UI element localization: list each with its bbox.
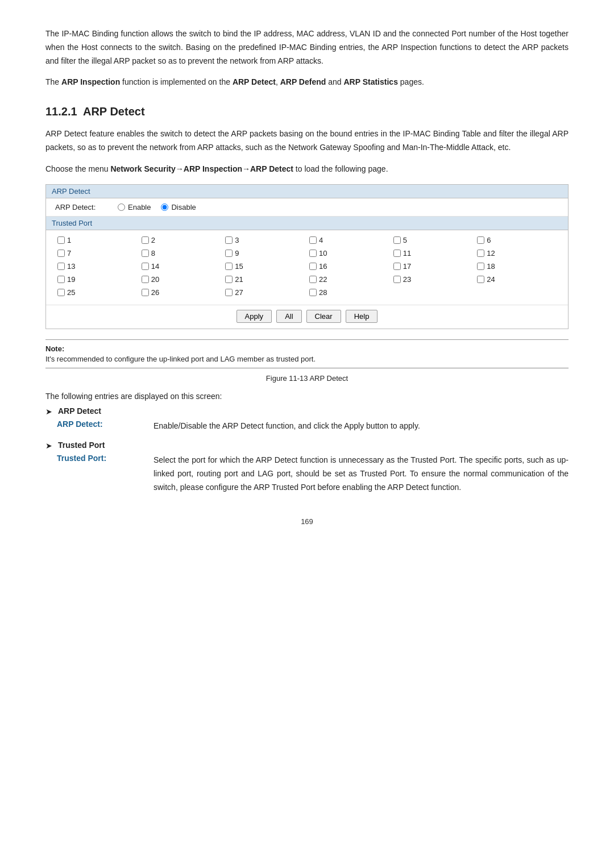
port-item-19[interactable]: 19 <box>55 274 139 285</box>
port-item-9[interactable]: 9 <box>223 248 307 259</box>
arp-detect-desc: Enable/Disable the ARP Detect function, … <box>154 420 569 433</box>
port-checkbox-9[interactable] <box>225 250 233 257</box>
port-label-7: 7 <box>67 249 71 258</box>
note-title: Note: <box>45 344 569 353</box>
port-label-21: 21 <box>235 275 243 284</box>
port-item-16[interactable]: 16 <box>307 261 391 272</box>
port-checkbox-19[interactable] <box>57 276 65 283</box>
port-label-19: 19 <box>67 275 75 284</box>
trusted-port-detail: Trusted Port: Select the port for which … <box>57 454 569 494</box>
clear-button[interactable]: Clear <box>306 310 341 323</box>
choose-menu-line: Choose the menu Network Security→ARP Ins… <box>45 163 569 176</box>
intro-arp-inspection-bold: ARP Inspection <box>61 77 120 86</box>
port-item-15[interactable]: 15 <box>223 261 307 272</box>
port-item-21[interactable]: 21 <box>223 274 307 285</box>
port-label-12: 12 <box>487 249 495 258</box>
port-checkbox-27[interactable] <box>225 289 233 296</box>
port-item-11[interactable]: 11 <box>391 248 475 259</box>
port-checkbox-15[interactable] <box>225 263 233 270</box>
port-checkbox-11[interactable] <box>393 250 401 257</box>
disable-radio-label[interactable]: Disable <box>161 203 196 211</box>
port-checkbox-16[interactable] <box>309 263 317 270</box>
port-checkbox-18[interactable] <box>477 263 484 270</box>
port-checkbox-21[interactable] <box>225 276 233 283</box>
entry-block-trusted-port: ➤ Trusted Port Trusted Port: Select the … <box>45 441 569 494</box>
port-item-8[interactable]: 8 <box>139 248 223 259</box>
trusted-port-grid: 1234567891011121314151617181920212223242… <box>46 230 568 305</box>
port-item-10[interactable]: 10 <box>307 248 391 259</box>
port-item-26[interactable]: 26 <box>139 287 223 298</box>
note-box: Note: It's recommended to configure the … <box>45 339 569 363</box>
buttons-row: Apply All Clear Help <box>46 305 568 329</box>
port-checkbox-17[interactable] <box>393 263 401 270</box>
port-item-22[interactable]: 22 <box>307 274 391 285</box>
section-body-para1: ARP Detect feature enables the switch to… <box>45 127 569 155</box>
port-checkbox-5[interactable] <box>393 236 401 244</box>
apply-button[interactable]: Apply <box>237 310 272 323</box>
port-checkbox-23[interactable] <box>393 276 401 283</box>
port-item-4[interactable]: 4 <box>307 235 391 246</box>
port-label-24: 24 <box>487 275 495 284</box>
intro-para2-suffix: pages. <box>398 77 424 86</box>
port-checkbox-3[interactable] <box>225 236 233 244</box>
all-button[interactable]: All <box>276 310 301 323</box>
port-item-13[interactable]: 13 <box>55 261 139 272</box>
disable-radio[interactable] <box>161 203 168 211</box>
port-item-2[interactable]: 2 <box>139 235 223 246</box>
choose-suffix: to load the following page. <box>293 164 388 173</box>
port-checkbox-20[interactable] <box>142 276 149 283</box>
enable-label-text: Enable <box>128 203 151 211</box>
port-checkbox-2[interactable] <box>142 236 149 244</box>
port-checkbox-7[interactable] <box>57 250 65 257</box>
port-item-20[interactable]: 20 <box>139 274 223 285</box>
port-item-27[interactable]: 27 <box>223 287 307 298</box>
port-item-3[interactable]: 3 <box>223 235 307 246</box>
arp-detect-field-label: ARP Detect: <box>55 203 118 211</box>
port-checkbox-22[interactable] <box>309 276 317 283</box>
port-label-3: 3 <box>235 236 239 244</box>
port-item-1[interactable]: 1 <box>55 235 139 246</box>
entries-intro: The following entries are displayed on t… <box>45 392 569 401</box>
port-item-5[interactable]: 5 <box>391 235 475 246</box>
arp-detect-term: ARP Detect: <box>57 420 154 433</box>
figure-caption: Figure 11-13 ARP Detect <box>45 374 569 383</box>
port-checkbox-14[interactable] <box>142 263 149 270</box>
port-checkbox-6[interactable] <box>477 236 484 244</box>
port-label-5: 5 <box>403 236 407 244</box>
port-item-14[interactable]: 14 <box>139 261 223 272</box>
enable-radio[interactable] <box>118 203 125 211</box>
port-checkbox-24[interactable] <box>477 276 484 283</box>
port-checkbox-25[interactable] <box>57 289 65 296</box>
port-checkbox-13[interactable] <box>57 263 65 270</box>
separator <box>45 368 569 368</box>
port-label-15: 15 <box>235 262 243 271</box>
port-item-24[interactable]: 24 <box>475 274 559 285</box>
port-item-7[interactable]: 7 <box>55 248 139 259</box>
enable-radio-label[interactable]: Enable <box>118 203 151 211</box>
port-item-23[interactable]: 23 <box>391 274 475 285</box>
port-checkbox-1[interactable] <box>57 236 65 244</box>
port-label-18: 18 <box>487 262 495 271</box>
port-checkbox-4[interactable] <box>309 236 317 244</box>
port-label-11: 11 <box>403 249 411 258</box>
port-item-28[interactable]: 28 <box>307 287 391 298</box>
port-checkbox-10[interactable] <box>309 250 317 257</box>
port-label-17: 17 <box>403 262 411 271</box>
port-item-17[interactable]: 17 <box>391 261 475 272</box>
port-checkbox-8[interactable] <box>142 250 149 257</box>
port-checkbox-28[interactable] <box>309 289 317 296</box>
help-button[interactable]: Help <box>346 310 378 323</box>
port-label-9: 9 <box>235 249 239 258</box>
port-checkbox-26[interactable] <box>142 289 149 296</box>
port-item-6[interactable]: 6 <box>475 235 559 246</box>
port-item-18[interactable]: 18 <box>475 261 559 272</box>
arp-detect-row: ARP Detect: Enable Disable <box>46 198 568 217</box>
port-item-12[interactable]: 12 <box>475 248 559 259</box>
port-label-26: 26 <box>151 288 159 297</box>
entry-block-arp-detect: ➤ ARP Detect ARP Detect: Enable/Disable … <box>45 406 569 433</box>
port-label-27: 27 <box>235 288 243 297</box>
port-item-25[interactable]: 25 <box>55 287 139 298</box>
port-checkbox-12[interactable] <box>477 250 484 257</box>
port-label-14: 14 <box>151 262 159 271</box>
intro-arp-detect-bold: ARP Detect <box>233 77 276 86</box>
